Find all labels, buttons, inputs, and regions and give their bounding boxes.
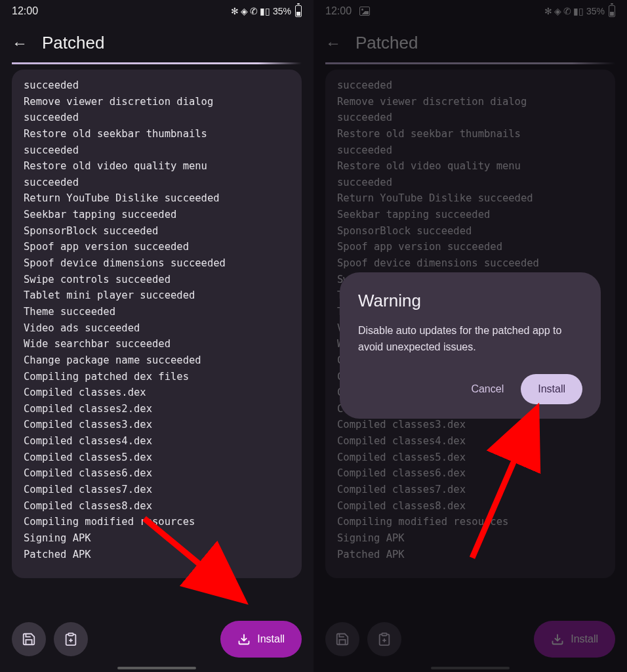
log-line: Theme succeeded	[24, 304, 290, 320]
status-bar: 12:00 ✻ ◈ ✆ ▮▯ 35%	[0, 0, 314, 22]
log-line: Spoof app version succeeded	[24, 239, 290, 255]
log-line: Wide searchbar succeeded	[24, 336, 290, 352]
download-icon	[237, 633, 251, 646]
battery-percent: 35%	[273, 6, 291, 16]
save-button[interactable]	[12, 622, 46, 656]
log-line: Compiled classes8.dex	[24, 498, 290, 514]
nav-handle[interactable]	[117, 667, 196, 669]
log-line: Restore old video quality menu	[24, 158, 290, 175]
dialog-title: Warning	[358, 291, 582, 311]
log-line: Compiled classes4.dex	[24, 433, 290, 450]
log-line: Compiled classes5.dex	[24, 450, 290, 466]
warning-dialog: Warning Disable auto updates for the pat…	[340, 272, 601, 419]
install-button[interactable]: Install	[220, 621, 302, 658]
copy-log-button[interactable]	[54, 622, 88, 656]
log-line: Spoof device dimensions succeeded	[24, 255, 290, 272]
status-time: 12:00	[12, 5, 38, 17]
log-line: Tablet mini player succeeded	[24, 287, 290, 304]
log-line: Change package name succeeded	[24, 352, 290, 369]
log-line: Remove viewer discretion dialog	[24, 94, 290, 110]
wifi-icon: ◈	[241, 6, 248, 16]
log-line: succeeded	[24, 175, 290, 191]
battery-icon	[295, 5, 302, 17]
call-icon: ✆	[250, 6, 258, 16]
page-title: Patched	[42, 33, 104, 53]
bottom-action-bar: Install	[0, 621, 314, 658]
screenshot-right: 12:00 ✻ ◈ ✆ ▮▯ 35% ← Patched succeededRe…	[314, 0, 627, 672]
patch-log[interactable]: succeededRemove viewer discretion dialog…	[12, 70, 302, 578]
dialog-actions: Cancel Install	[358, 374, 582, 404]
log-line: Compiled classes7.dex	[24, 482, 290, 498]
dialog-install-button[interactable]: Install	[521, 374, 582, 404]
log-line: Compiled classes3.dex	[24, 417, 290, 433]
signal-icon: ▮▯	[260, 6, 270, 16]
log-line: Restore old seekbar thumbnails	[24, 126, 290, 142]
log-line: succeeded	[24, 77, 290, 94]
log-line: Seekbar tapping succeeded	[24, 207, 290, 223]
progress-bar	[12, 62, 302, 64]
log-line: Compiled classes.dex	[24, 385, 290, 401]
screenshot-left: 12:00 ✻ ◈ ✆ ▮▯ 35% ← Patched succeededRe…	[0, 0, 314, 672]
log-line: Compiling modified resources	[24, 514, 290, 530]
dialog-cancel-button[interactable]: Cancel	[466, 375, 509, 403]
log-line: Patched APK	[24, 547, 290, 563]
log-line: succeeded	[24, 142, 290, 159]
status-icons: ✻ ◈ ✆ ▮▯	[231, 6, 270, 16]
log-line: Signing APK	[24, 530, 290, 547]
log-line: Swipe controls succeeded	[24, 272, 290, 288]
log-line: Compiled classes6.dex	[24, 465, 290, 482]
log-line: Return YouTube Dislike succeeded	[24, 190, 290, 207]
dialog-body: Disable auto updates for the patched app…	[358, 323, 582, 356]
log-line: Compiled classes2.dex	[24, 401, 290, 417]
svg-rect-0	[68, 633, 73, 636]
install-button-label: Install	[257, 633, 285, 645]
bluetooth-icon: ✻	[231, 6, 239, 16]
log-line: SponsorBlock succeeded	[24, 223, 290, 240]
log-line: Video ads succeeded	[24, 320, 290, 337]
log-line: Compiling patched dex files	[24, 369, 290, 385]
back-arrow-icon[interactable]: ←	[12, 34, 28, 52]
app-header: ← Patched	[0, 22, 314, 62]
log-line: succeeded	[24, 110, 290, 126]
